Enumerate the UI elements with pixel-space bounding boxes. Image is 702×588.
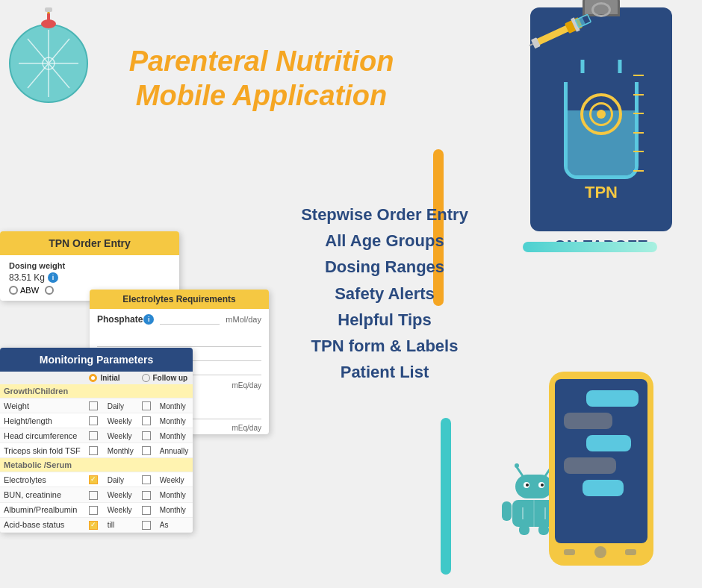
bun-followup-check[interactable] — [138, 487, 156, 502]
svg-point-20 — [515, 463, 519, 468]
electrolytes-header: Electrolytes Requirements — [90, 290, 269, 309]
albumin-followup-check[interactable] — [138, 502, 156, 517]
height-initial-freq: Weekly — [104, 413, 138, 428]
acid-initial-freq: till — [104, 517, 138, 532]
elec-followup-freq: Weekly — [156, 472, 193, 487]
albumin-initial-check[interactable] — [85, 502, 103, 517]
feature-5: Helpful Tips — [269, 307, 500, 333]
svg-rect-38 — [564, 413, 612, 429]
initial-col-header: Initial — [85, 372, 137, 384]
monitoring-card: Monitoring Parameters Initial Follow up — [0, 348, 193, 533]
monitoring-header: Monitoring Parameters — [0, 348, 193, 372]
bun-followup-freq: Monthly — [156, 487, 193, 502]
svg-rect-42 — [564, 549, 575, 555]
svg-point-43 — [594, 546, 606, 558]
svg-rect-1 — [45, 7, 52, 12]
acid-followup-freq: As — [156, 517, 193, 532]
feature-6: TPN form & Labels — [269, 333, 500, 359]
tpn-graphic: TPN ON TARGET — [523, 7, 680, 291]
weight-initial-freq: Daily — [104, 398, 138, 413]
weight-initial-check[interactable] — [85, 398, 103, 413]
phosphate-label: Phosphate — [97, 314, 143, 325]
height-initial-check[interactable] — [85, 413, 103, 428]
acid-initial-check[interactable] — [85, 517, 103, 532]
table-row: Head circumference Weekly Monthly — [0, 428, 193, 443]
bun-initial-check[interactable] — [85, 487, 103, 502]
svg-rect-40 — [564, 457, 616, 474]
app-title: Parenteral Nutrition Mobile Application — [105, 45, 418, 113]
head-followup-check[interactable] — [138, 428, 156, 443]
height-followup-freq: Monthly — [156, 413, 193, 428]
weight-followup-freq: Monthly — [156, 398, 193, 413]
head-initial-check[interactable] — [85, 428, 103, 443]
app-title-area: Parenteral Nutrition Mobile Application — [105, 45, 418, 113]
growth-category-row: Growth/Children — [0, 384, 193, 398]
bun-label: BUN, creatinine — [0, 487, 85, 502]
phosphate-info-icon[interactable]: i — [143, 314, 154, 325]
bun-initial-freq: Weekly — [104, 487, 138, 502]
elec-initial-check[interactable] — [85, 472, 103, 487]
svg-rect-37 — [586, 390, 639, 407]
table-row: BUN, creatinine Weekly Monthly — [0, 487, 193, 502]
table-row: Acid-base status till As — [0, 517, 193, 532]
albumin-followup-freq: Monthly — [156, 502, 193, 517]
feature-7: Patient List — [269, 359, 500, 385]
syringe-icon — [524, 6, 596, 58]
initial-radio[interactable] — [89, 374, 97, 382]
ornament-decoration — [7, 7, 90, 112]
table-row: Height/length Weekly Monthly — [0, 413, 193, 428]
dosing-weight-label: Dosing weight — [9, 261, 170, 270]
electrolytes-label: Electrolytes — [0, 472, 85, 487]
acid-base-label: Acid-base status — [0, 517, 85, 532]
metabolic-category-row: Metabolic /Serum — [0, 458, 193, 472]
svg-line-18 — [517, 467, 523, 476]
triceps-followup-check[interactable] — [138, 443, 156, 458]
phosphate-input[interactable] — [160, 314, 220, 325]
svg-rect-44 — [625, 549, 636, 555]
phone-device — [541, 372, 661, 573]
svg-rect-28 — [502, 501, 512, 521]
clipboard: TPN — [530, 7, 672, 231]
table-row: Triceps skin fold TSF Monthly Annually — [0, 443, 193, 458]
weight-followup-check[interactable] — [138, 398, 156, 413]
metabolic-category-label: Metabolic /Serum — [0, 458, 193, 472]
svg-point-25 — [526, 484, 529, 487]
teal-accent-bar — [523, 242, 657, 252]
growth-category-label: Growth/Children — [0, 384, 193, 398]
elec-followup-check[interactable] — [138, 472, 156, 487]
followup-radio[interactable] — [142, 374, 150, 382]
head-initial-freq: Weekly — [104, 428, 138, 443]
triceps-followup-freq: Annually — [156, 443, 193, 458]
head-circ-label: Head circumference — [0, 428, 85, 443]
table-row: Albumin/Prealbumin Weekly Monthly — [0, 502, 193, 517]
info-icon[interactable]: i — [48, 272, 58, 283]
svg-rect-41 — [583, 480, 624, 496]
features-list: Stepwise Order Entry All Age Groups Dosi… — [269, 201, 500, 385]
acid-followup-check[interactable] — [138, 517, 156, 532]
svg-rect-30 — [519, 525, 529, 535]
head-followup-freq: Monthly — [156, 428, 193, 443]
monitoring-table: Initial Follow up Growth/Children Weight — [0, 372, 193, 533]
other-radio[interactable] — [45, 286, 56, 295]
height-label: Height/length — [0, 413, 85, 428]
table-row: Weight Daily Monthly — [0, 398, 193, 413]
triceps-initial-freq: Monthly — [104, 443, 138, 458]
svg-rect-39 — [586, 435, 631, 451]
height-followup-check[interactable] — [138, 413, 156, 428]
table-row: Electrolytes Daily Weekly — [0, 472, 193, 487]
triceps-label: Triceps skin fold TSF — [0, 443, 85, 458]
abw-label: ABW — [20, 286, 39, 295]
order-entry-header: TPN Order Entry — [0, 231, 179, 255]
triceps-initial-check[interactable] — [85, 443, 103, 458]
phosphate-row: Phosphate i mMol/day — [90, 309, 269, 330]
dosing-weight-value: 83.51 Kg — [9, 272, 45, 283]
abw-radio[interactable]: ABW — [9, 286, 39, 295]
albumin-initial-freq: Weekly — [104, 502, 138, 517]
svg-rect-10 — [47, 13, 50, 25]
feature-3: Dosing Ranges — [269, 254, 500, 280]
feature-4: Safety Alerts — [269, 281, 500, 307]
feature-1: Stepwise Order Entry — [269, 201, 500, 228]
followup-col-header: Follow up — [138, 372, 193, 384]
teal-bar-decoration — [441, 418, 451, 575]
albumin-label: Albumin/Prealbumin — [0, 502, 85, 517]
